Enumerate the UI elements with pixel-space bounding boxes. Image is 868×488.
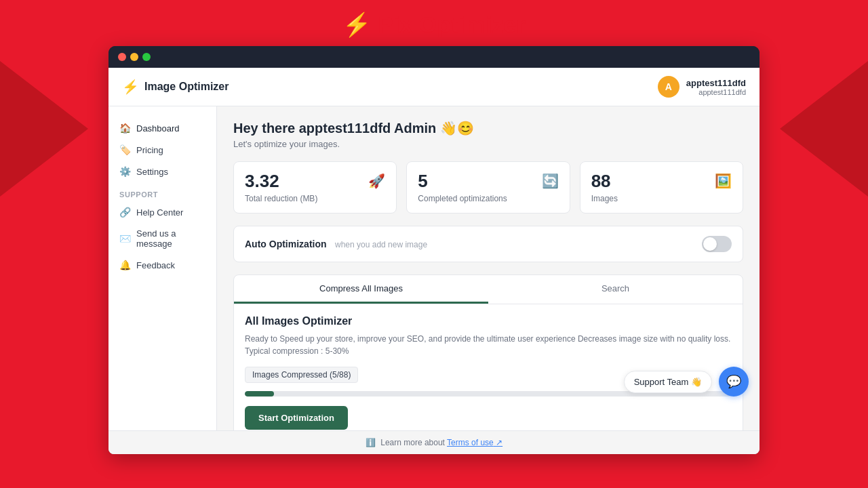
- content-area: Hey there apptest111dfd Admin 👋😊 Let's o…: [217, 106, 760, 430]
- images-compressed-badge: Images Compressed (5/88): [245, 367, 358, 383]
- auto-opt-sublabel: when you add new image: [335, 240, 427, 249]
- support-widget: Support Team 👋 💬: [624, 367, 749, 396]
- stat-value-optimizations: 5: [418, 171, 507, 191]
- user-avatar: A: [658, 76, 679, 98]
- stats-row: 3.32 Total reduction (MB) 🚀 5 Completed …: [233, 161, 743, 214]
- chat-icon: 💬: [726, 374, 741, 389]
- sidebar-item-settings[interactable]: ⚙️ Settings: [108, 161, 216, 182]
- optimizer-title: All Images Optimizer: [245, 315, 732, 327]
- start-optimization-button[interactable]: Start Optimization: [245, 406, 348, 430]
- help-icon: 🔗: [119, 207, 131, 218]
- user-info: A apptest111dfd apptest111dfd: [658, 76, 746, 98]
- footer-learn-more: Learn more about: [380, 438, 445, 447]
- sidebar-item-label: Send us a message: [136, 228, 205, 249]
- stat-label-optimizations: Completed optimizations: [418, 194, 507, 203]
- support-chat-button[interactable]: 💬: [719, 367, 749, 396]
- tab-container: Compress All Images Search All Images Op…: [233, 274, 743, 430]
- auto-opt-label-group: Auto Optimization when you add new image: [245, 238, 427, 250]
- sidebar-item-label: Settings: [136, 167, 168, 177]
- message-icon: ✉️: [119, 233, 131, 244]
- app-shell: ⚡ Image Optimizer A apptest111dfd apptes…: [108, 68, 760, 454]
- auto-optimization-row: Auto Optimization when you add new image: [233, 226, 743, 262]
- optimizer-desc: Ready to Speed up your store, improve yo…: [245, 333, 732, 357]
- tab-compress-all[interactable]: Compress All Images: [234, 275, 488, 304]
- sidebar-item-dashboard[interactable]: 🏠 Dashboard: [108, 117, 216, 139]
- app-logo-icon: ⚡: [122, 79, 139, 95]
- stat-label-reduction: Total reduction (MB): [245, 194, 317, 203]
- images-icon: 🖼️: [715, 173, 732, 189]
- main-layout: 🏠 Dashboard 🏷️ Pricing ⚙️ Settings SUPPO…: [108, 106, 760, 430]
- pricing-icon: 🏷️: [119, 144, 131, 155]
- terms-of-use-link[interactable]: Terms of use ↗: [447, 438, 502, 447]
- optimization-icon: 🔄: [542, 173, 559, 189]
- auto-optimization-toggle[interactable]: [702, 236, 732, 252]
- brand-title: Pix Optimizer: [378, 12, 525, 38]
- sidebar-item-send-message[interactable]: ✉️ Send us a message: [108, 223, 216, 254]
- sidebar-item-label: Feedback: [136, 260, 175, 270]
- stat-value-images: 88: [591, 171, 618, 191]
- rocket-icon: 🚀: [368, 173, 385, 189]
- brand-lightning-icon: ⚡: [342, 11, 371, 38]
- app-footer: ℹ️ Learn more about Terms of use ↗: [108, 430, 760, 454]
- terms-of-use-label: Terms of use: [447, 438, 494, 447]
- tab-search[interactable]: Search: [488, 275, 743, 304]
- home-icon: 🏠: [119, 123, 131, 134]
- feedback-icon: 🔔: [119, 260, 131, 270]
- browser-dot-red[interactable]: [118, 53, 126, 61]
- top-branding: ⚡ Pix Optimizer: [342, 0, 525, 46]
- sidebar-item-label: Dashboard: [136, 123, 180, 134]
- user-email: apptest111dfd: [686, 88, 746, 96]
- sidebar-item-label: Pricing: [136, 145, 163, 155]
- sidebar-item-pricing[interactable]: 🏷️ Pricing: [108, 139, 216, 161]
- support-section-label: SUPPORT: [108, 182, 216, 201]
- browser-window: ⚡ Image Optimizer A apptest111dfd apptes…: [108, 46, 760, 454]
- app-header: ⚡ Image Optimizer A apptest111dfd apptes…: [108, 68, 760, 106]
- tab-bar: Compress All Images Search: [234, 275, 743, 304]
- stat-card-images: 88 Images 🖼️: [580, 161, 743, 214]
- browser-titlebar: [108, 46, 760, 68]
- stat-value-reduction: 3.32: [245, 171, 317, 191]
- user-name: apptest111dfd: [686, 78, 746, 88]
- sidebar-item-help-center[interactable]: 🔗 Help Center: [108, 201, 216, 223]
- stat-card-reduction: 3.32 Total reduction (MB) 🚀: [233, 161, 397, 214]
- settings-icon: ⚙️: [119, 166, 131, 177]
- sidebar-item-feedback[interactable]: 🔔 Feedback: [108, 254, 216, 276]
- sidebar-item-label: Help Center: [136, 207, 183, 218]
- info-icon: ℹ️: [366, 438, 376, 447]
- support-label-bubble: Support Team 👋: [624, 371, 712, 393]
- browser-dot-green[interactable]: [142, 53, 151, 61]
- progress-bar-fill: [245, 391, 274, 396]
- browser-dot-yellow[interactable]: [130, 53, 138, 61]
- app-logo: ⚡ Image Optimizer: [122, 79, 229, 95]
- auto-opt-label: Auto Optimization: [245, 239, 327, 249]
- page-subtitle: Let's optimize your images.: [233, 139, 743, 149]
- page-greeting: Hey there apptest111dfd Admin 👋😊: [233, 120, 743, 136]
- stat-label-images: Images: [591, 194, 618, 203]
- sidebar: 🏠 Dashboard 🏷️ Pricing ⚙️ Settings SUPPO…: [108, 106, 217, 430]
- user-details: apptest111dfd apptest111dfd: [686, 78, 746, 96]
- stat-card-optimizations: 5 Completed optimizations 🔄: [406, 161, 570, 214]
- toggle-knob: [703, 237, 717, 251]
- app-logo-text: Image Optimizer: [144, 81, 229, 93]
- tab-search-label: Search: [601, 283, 629, 293]
- tab-compress-all-label: Compress All Images: [319, 283, 403, 293]
